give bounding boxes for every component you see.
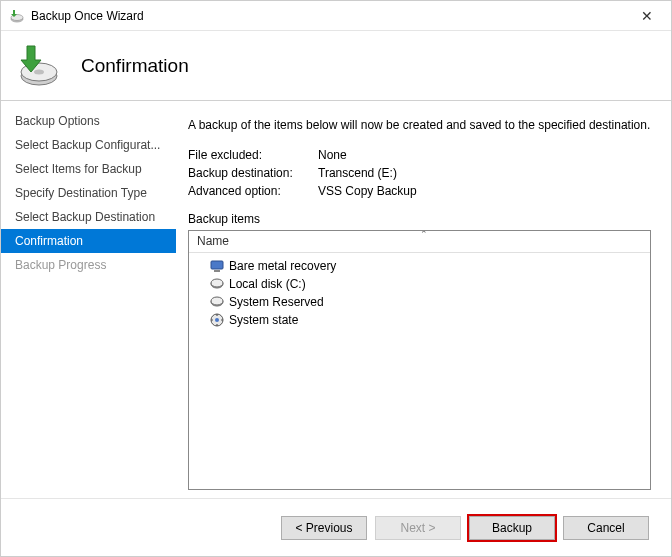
list-item[interactable]: System Reserved bbox=[189, 293, 650, 311]
list-header[interactable]: Name ⌃ bbox=[189, 231, 650, 253]
sidebar-item-destination-type[interactable]: Specify Destination Type bbox=[1, 181, 176, 205]
sidebar-item-label: Select Backup Configurat... bbox=[15, 138, 160, 152]
close-button[interactable]: ✕ bbox=[627, 2, 667, 30]
footer-buttons: < Previous Next > Backup Cancel bbox=[1, 498, 671, 556]
app-icon bbox=[9, 8, 25, 24]
backup-button[interactable]: Backup bbox=[469, 516, 555, 540]
info-value: Transcend (E:) bbox=[318, 166, 651, 180]
sidebar-item-select-items[interactable]: Select Items for Backup bbox=[1, 157, 176, 181]
sidebar-item-label: Select Items for Backup bbox=[15, 162, 142, 176]
bmr-icon bbox=[209, 258, 225, 274]
info-value: None bbox=[318, 148, 651, 162]
svg-point-8 bbox=[211, 279, 223, 287]
sort-indicator-icon: ⌃ bbox=[420, 230, 428, 239]
titlebar: Backup Once Wizard ✕ bbox=[1, 1, 671, 31]
backup-items-label: Backup items bbox=[188, 212, 651, 226]
sidebar-item-label: Confirmation bbox=[15, 234, 83, 248]
cancel-button[interactable]: Cancel bbox=[563, 516, 649, 540]
svg-rect-6 bbox=[214, 270, 220, 272]
sidebar-item-backup-options[interactable]: Backup Options bbox=[1, 109, 176, 133]
banner: Confirmation bbox=[1, 31, 671, 101]
previous-button[interactable]: < Previous bbox=[281, 516, 367, 540]
sidebar-item-select-configuration[interactable]: Select Backup Configurat... bbox=[1, 133, 176, 157]
content-panel: A backup of the items below will now be … bbox=[176, 101, 671, 498]
wizard-steps-sidebar: Backup Options Select Backup Configurat.… bbox=[1, 101, 176, 498]
svg-point-4 bbox=[34, 69, 44, 74]
list-rows: Bare metal recovery Local disk (C:) Syst… bbox=[189, 253, 650, 333]
list-item[interactable]: System state bbox=[189, 311, 650, 329]
sidebar-item-label: Select Backup Destination bbox=[15, 210, 155, 224]
sidebar-item-confirmation[interactable]: Confirmation bbox=[1, 229, 176, 253]
info-label: Backup destination: bbox=[188, 166, 318, 180]
svg-rect-5 bbox=[211, 261, 223, 269]
list-item-label: System state bbox=[229, 313, 298, 327]
backup-items-list[interactable]: Name ⌃ Bare metal recovery Local bbox=[188, 230, 651, 490]
next-button: Next > bbox=[375, 516, 461, 540]
sidebar-item-backup-progress[interactable]: Backup Progress bbox=[1, 253, 176, 277]
svg-point-10 bbox=[211, 297, 223, 305]
page-title: Confirmation bbox=[81, 55, 189, 77]
list-item-label: Local disk (C:) bbox=[229, 277, 306, 291]
sidebar-item-label: Backup Options bbox=[15, 114, 100, 128]
list-item-label: System Reserved bbox=[229, 295, 324, 309]
system-state-icon bbox=[209, 312, 225, 328]
window-title: Backup Once Wizard bbox=[31, 9, 627, 23]
svg-point-12 bbox=[215, 318, 219, 322]
list-item[interactable]: Local disk (C:) bbox=[189, 275, 650, 293]
wizard-window: Backup Once Wizard ✕ Confirmation Backup… bbox=[0, 0, 672, 557]
disk-icon bbox=[209, 294, 225, 310]
info-row-backup-destination: Backup destination: Transcend (E:) bbox=[188, 166, 651, 180]
description-text: A backup of the items below will now be … bbox=[188, 117, 651, 134]
info-label: File excluded: bbox=[188, 148, 318, 162]
sidebar-item-backup-destination[interactable]: Select Backup Destination bbox=[1, 205, 176, 229]
info-value: VSS Copy Backup bbox=[318, 184, 651, 198]
wizard-step-icon bbox=[13, 42, 61, 90]
list-item-label: Bare metal recovery bbox=[229, 259, 336, 273]
sidebar-item-label: Specify Destination Type bbox=[15, 186, 147, 200]
info-row-file-excluded: File excluded: None bbox=[188, 148, 651, 162]
body: Backup Options Select Backup Configurat.… bbox=[1, 101, 671, 498]
disk-icon bbox=[209, 276, 225, 292]
info-label: Advanced option: bbox=[188, 184, 318, 198]
sidebar-item-label: Backup Progress bbox=[15, 258, 106, 272]
info-row-advanced-option: Advanced option: VSS Copy Backup bbox=[188, 184, 651, 198]
list-item[interactable]: Bare metal recovery bbox=[189, 257, 650, 275]
